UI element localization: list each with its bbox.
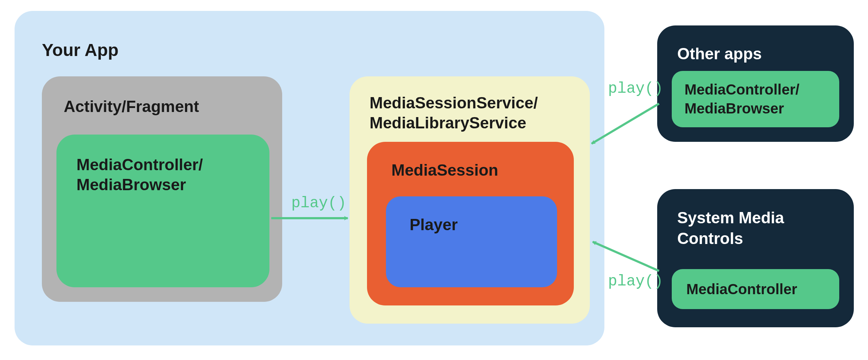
player-box bbox=[386, 196, 557, 287]
system-controls-controller-label: MediaController bbox=[686, 280, 797, 298]
activity-controller-label: MediaController/ MediaBrowser bbox=[76, 155, 203, 195]
player-label: Player bbox=[410, 215, 458, 235]
play-label-internal: play() bbox=[291, 195, 346, 212]
play-label-system: play() bbox=[608, 273, 663, 290]
diagram-canvas: Your App Activity/Fragment MediaControll… bbox=[0, 0, 868, 360]
service-title: MediaSessionService/ MediaLibraryService bbox=[370, 93, 538, 133]
other-apps-title: Other apps bbox=[677, 44, 762, 64]
system-controls-title: System Media Controls bbox=[677, 207, 784, 249]
play-label-other: play() bbox=[608, 80, 663, 97]
mediasession-label: MediaSession bbox=[391, 160, 498, 180]
activity-title: Activity/Fragment bbox=[64, 96, 199, 116]
other-apps-controller-label: MediaController/ MediaBrowser bbox=[684, 80, 800, 118]
your-app-title: Your App bbox=[42, 39, 119, 61]
